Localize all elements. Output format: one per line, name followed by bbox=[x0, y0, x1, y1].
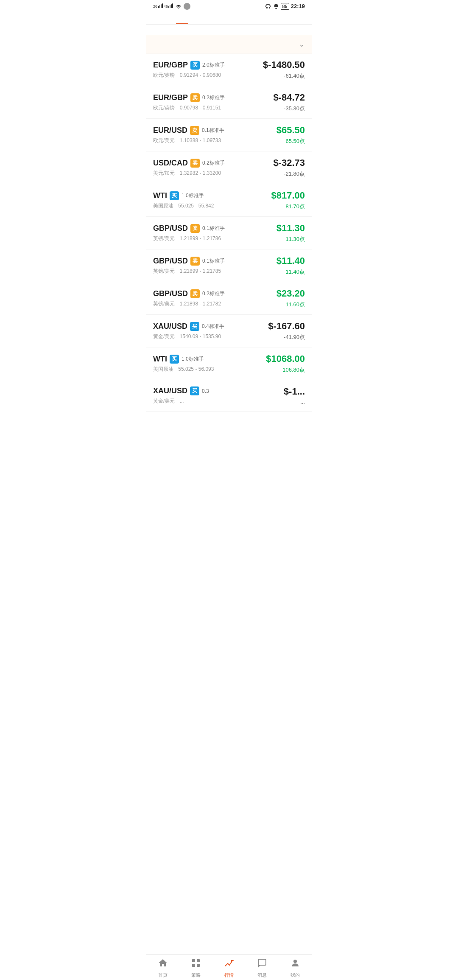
trade-symbol: WTI bbox=[153, 191, 167, 200]
trade-prices: 1540.09 - 1535.90 bbox=[180, 333, 221, 339]
trade-points: 11.30点 bbox=[285, 235, 305, 243]
trade-title: WTI 买 1.0标准手 bbox=[153, 191, 214, 200]
trade-left: GBP/USD 卖 0.1标准手 英镑/美元 1.21899 - 1.21785 bbox=[153, 257, 225, 275]
trade-left: XAU/USD 买 0.3 黄金/美元 ... bbox=[153, 386, 209, 405]
trade-pnl: $23.20 bbox=[276, 288, 305, 299]
trade-item[interactable]: EUR/USD 卖 0.1标准手 欧元/美元 1.10388 - 1.09733… bbox=[146, 119, 312, 151]
trade-desc: 黄金/美元 bbox=[153, 333, 175, 339]
trade-type-badge: 买 bbox=[170, 355, 179, 364]
battery-level: 85 bbox=[281, 3, 289, 10]
trade-points: -61.40点 bbox=[284, 72, 305, 80]
trade-type-badge: 卖 bbox=[190, 159, 200, 168]
trade-symbol: GBP/USD bbox=[153, 289, 188, 298]
svg-text:26: 26 bbox=[153, 4, 157, 8]
trade-type-badge: 买 bbox=[170, 191, 179, 200]
trade-right: $-32.73 -21.80点 bbox=[273, 157, 305, 178]
trade-type-badge: 卖 bbox=[190, 257, 200, 266]
trade-title: XAU/USD 买 0.4标准手 bbox=[153, 322, 224, 331]
trade-prices: 1.32982 - 1.33200 bbox=[180, 170, 221, 176]
trade-right: $65.50 65.50点 bbox=[276, 125, 305, 145]
trade-item[interactable]: GBP/USD 卖 0.1标准手 英镑/美元 1.21899 - 1.21785… bbox=[146, 249, 312, 282]
trade-type-badge: 买 bbox=[190, 322, 199, 331]
trade-item[interactable]: EUR/GBP 卖 0.2标准手 欧元/英镑 0.90798 - 0.91151… bbox=[146, 86, 312, 119]
trade-right: $817.00 81.70点 bbox=[271, 190, 305, 210]
trade-title: GBP/USD 卖 0.1标准手 bbox=[153, 257, 225, 266]
svg-text:46: 46 bbox=[164, 4, 168, 8]
trade-points: -35.30点 bbox=[284, 105, 305, 112]
tab-pending[interactable] bbox=[201, 25, 257, 35]
trade-desc: 欧元/英镑 bbox=[153, 105, 175, 111]
trade-size: 0.1标准手 bbox=[202, 127, 224, 134]
trade-pnl: $11.30 bbox=[276, 223, 305, 234]
trade-item[interactable]: EUR/GBP 买 2.0标准手 欧元/英镑 0.91294 - 0.90680… bbox=[146, 53, 312, 86]
trade-right: $1068.00 106.80点 bbox=[266, 353, 305, 374]
trade-item[interactable]: WTI 买 1.0标准手 美国原油 55.025 - 55.842 $817.0… bbox=[146, 184, 312, 217]
status-right: 85 22:19 bbox=[265, 3, 305, 10]
trade-size: 0.2标准手 bbox=[202, 290, 225, 297]
trade-left: USD/CAD 卖 0.2标准手 美元/加元 1.32982 - 1.33200 bbox=[153, 159, 225, 177]
trade-pnl: $-167.60 bbox=[268, 321, 305, 332]
tab-position[interactable] bbox=[146, 25, 201, 35]
trade-right: $-84.72 -35.30点 bbox=[273, 92, 305, 112]
trade-right: $23.20 11.60点 bbox=[276, 288, 305, 308]
trade-size: 0.1标准手 bbox=[202, 225, 225, 232]
trade-points: 11.60点 bbox=[285, 301, 305, 308]
trade-desc: 美国原油 bbox=[153, 203, 173, 209]
trade-symbol: USD/CAD bbox=[153, 159, 188, 168]
trade-sub: 欧元/英镑 0.91294 - 0.90680 bbox=[153, 72, 225, 79]
nav-order[interactable] bbox=[173, 16, 190, 24]
trade-title: USD/CAD 卖 0.2标准手 bbox=[153, 159, 225, 168]
trade-points: 106.80点 bbox=[282, 366, 305, 374]
trade-size: 0.4标准手 bbox=[202, 323, 224, 330]
trade-sub: 英镑/美元 1.21898 - 1.21782 bbox=[153, 300, 225, 308]
trade-points: -21.80点 bbox=[284, 170, 305, 178]
bell-icon bbox=[273, 3, 279, 9]
trade-prices: 55.025 - 55.842 bbox=[178, 203, 214, 209]
trade-points: 11.40点 bbox=[285, 268, 305, 276]
headphone-icon bbox=[265, 3, 271, 9]
trade-left: GBP/USD 卖 0.1标准手 英镑/美元 1.21899 - 1.21786 bbox=[153, 224, 225, 242]
summary-bar: ⌄ bbox=[146, 35, 312, 53]
trade-points: ... bbox=[300, 399, 305, 405]
trade-prices: 1.21898 - 1.21782 bbox=[180, 301, 221, 307]
trade-symbol: GBP/USD bbox=[153, 224, 188, 233]
svg-rect-4 bbox=[162, 3, 163, 8]
nav-tools[interactable] bbox=[190, 16, 207, 24]
trade-sub: 英镑/美元 1.21899 - 1.21786 bbox=[153, 235, 225, 242]
trade-item[interactable]: XAU/USD 买 0.3 黄金/美元 ... $-1... ... bbox=[146, 380, 312, 412]
expand-icon[interactable]: ⌄ bbox=[299, 39, 305, 49]
trade-size: 1.0标准手 bbox=[182, 356, 204, 363]
tab-history[interactable] bbox=[257, 25, 312, 35]
trade-size: 0.3 bbox=[202, 388, 209, 394]
svg-rect-6 bbox=[168, 6, 169, 8]
trade-size: 1.0标准手 bbox=[182, 192, 204, 199]
status-bar: 26 46 85 22:19 bbox=[146, 0, 312, 12]
svg-rect-3 bbox=[161, 4, 162, 8]
trade-item[interactable]: USD/CAD 卖 0.2标准手 美元/加元 1.32982 - 1.33200… bbox=[146, 151, 312, 184]
trade-prices: 1.21899 - 1.21786 bbox=[180, 235, 221, 241]
trade-item[interactable]: GBP/USD 卖 0.1标准手 英镑/美元 1.21899 - 1.21786… bbox=[146, 217, 312, 249]
trade-item[interactable]: WTI 买 1.0标准手 美国原油 55.025 - 56.093 $1068.… bbox=[146, 347, 312, 380]
trade-pnl: $1068.00 bbox=[266, 353, 305, 364]
trade-desc: 英镑/美元 bbox=[153, 301, 175, 307]
trade-size: 2.0标准手 bbox=[202, 62, 225, 69]
svg-rect-9 bbox=[172, 3, 173, 8]
trade-desc: 黄金/美元 bbox=[153, 398, 175, 404]
top-nav bbox=[146, 12, 312, 25]
trade-sub: 美国原油 55.025 - 56.093 bbox=[153, 366, 214, 373]
svg-rect-8 bbox=[171, 4, 172, 8]
trade-item[interactable]: GBP/USD 卖 0.2标准手 英镑/美元 1.21898 - 1.21782… bbox=[146, 282, 312, 315]
trade-right: $11.40 11.40点 bbox=[276, 255, 305, 276]
trade-pnl: $-32.73 bbox=[273, 157, 305, 168]
trade-type-badge: 买 bbox=[190, 61, 200, 70]
nav-market[interactable] bbox=[156, 16, 173, 24]
trade-desc: 欧元/英镑 bbox=[153, 72, 175, 78]
trade-title: WTI 买 1.0标准手 bbox=[153, 355, 214, 364]
trade-desc: 英镑/美元 bbox=[153, 268, 175, 274]
trade-item[interactable]: XAU/USD 买 0.4标准手 黄金/美元 1540.09 - 1535.90… bbox=[146, 315, 312, 347]
trade-size: 0.1标准手 bbox=[202, 258, 225, 265]
trade-sub: 黄金/美元 1540.09 - 1535.90 bbox=[153, 333, 224, 340]
trade-points: 65.50点 bbox=[285, 137, 305, 145]
trade-pnl: $11.40 bbox=[276, 255, 305, 266]
trade-title: EUR/GBP 买 2.0标准手 bbox=[153, 61, 225, 70]
